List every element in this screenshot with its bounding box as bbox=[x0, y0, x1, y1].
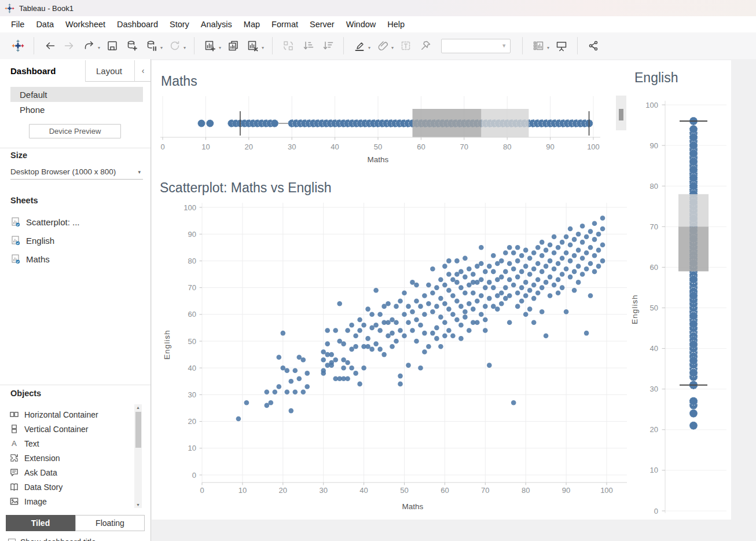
undo-button[interactable] bbox=[41, 36, 58, 55]
svg-text:50: 50 bbox=[650, 304, 658, 312]
scroll-down-icon[interactable]: ▼ bbox=[134, 502, 142, 508]
pane-tabs: Dashboard Layout ‹ bbox=[0, 60, 151, 82]
fix-axes-icon bbox=[419, 39, 432, 52]
sheet-item-english[interactable]: English bbox=[12, 232, 54, 249]
scatterplot-chart[interactable]: Scatterplot: Maths vs English01020304050… bbox=[152, 174, 628, 520]
maths-sheet-zone[interactable]: Maths0102030405060708090100Maths bbox=[152, 60, 628, 174]
run-update-icon bbox=[168, 39, 181, 52]
svg-text:80: 80 bbox=[522, 486, 530, 495]
chevron-down-icon: ▾ bbox=[138, 169, 141, 175]
chevron-down-icon[interactable]: ▾ bbox=[262, 45, 264, 50]
tab-layout-label: Layout bbox=[96, 66, 122, 76]
show-me-button[interactable] bbox=[530, 36, 547, 55]
show-dashboard-title-row[interactable]: Show dashboard title bbox=[8, 536, 96, 541]
menu-item-map[interactable]: Map bbox=[238, 17, 266, 31]
device-item-phone[interactable]: Phone bbox=[10, 102, 143, 117]
highlight-button[interactable] bbox=[351, 36, 368, 55]
object-item-label: Image bbox=[24, 497, 47, 506]
menu-item-story[interactable]: Story bbox=[164, 17, 195, 31]
toolbar-fit-selector-combobox[interactable]: ▼ bbox=[441, 39, 511, 53]
tab-layout[interactable]: Layout bbox=[85, 60, 135, 82]
pause-auto-updates-icon bbox=[145, 39, 158, 52]
replay-button[interactable] bbox=[80, 36, 98, 55]
run-update-button[interactable] bbox=[166, 36, 184, 55]
share-button[interactable] bbox=[585, 36, 602, 55]
axes: 0102030405060708090100 bbox=[160, 137, 600, 151]
menu-item-worksheet[interactable]: Worksheet bbox=[60, 17, 111, 31]
presentation-mode-button[interactable] bbox=[553, 36, 570, 55]
maths-chart-scrollbar[interactable] bbox=[616, 96, 626, 130]
menu-item-window[interactable]: Window bbox=[340, 17, 382, 31]
object-item-label: Ask Data bbox=[24, 468, 57, 477]
scatterplot-sheet-zone[interactable]: Scatterplot: Maths vs English01020304050… bbox=[152, 174, 628, 520]
layout-mode-toggle: Tiled Floating bbox=[6, 515, 145, 531]
menu-item-format[interactable]: Format bbox=[266, 17, 304, 31]
english-sheet-zone[interactable]: English0102030405060708090100English bbox=[628, 60, 731, 520]
box[interactable] bbox=[678, 194, 709, 271]
save-button[interactable] bbox=[104, 36, 121, 55]
object-item-image[interactable]: Image bbox=[9, 494, 47, 509]
sheet-item-scatterplot[interactable]: Scatterplot: ... bbox=[12, 213, 80, 231]
collapse-pane-button[interactable]: ‹ bbox=[135, 60, 151, 82]
redo-icon bbox=[63, 39, 76, 52]
object-item-ask-data[interactable]: Ask Data bbox=[9, 465, 57, 480]
show-mark-labels-button[interactable] bbox=[397, 36, 414, 55]
clear-sheet-button[interactable] bbox=[244, 36, 262, 55]
menu-item-file[interactable]: File bbox=[5, 17, 30, 31]
strip-points[interactable] bbox=[198, 120, 593, 127]
fix-axes-button[interactable] bbox=[417, 36, 434, 55]
chevron-down-icon[interactable]: ▾ bbox=[160, 45, 163, 50]
svg-text:100: 100 bbox=[600, 486, 613, 495]
dashboard-size-value: Desktop Browser (1000 x 800) bbox=[10, 167, 116, 176]
scrollbar-thumb[interactable] bbox=[619, 109, 623, 120]
menu-item-analysis[interactable]: Analysis bbox=[195, 17, 238, 31]
chevron-down-icon[interactable]: ▾ bbox=[391, 45, 394, 50]
chevron-down-icon[interactable]: ▾ bbox=[547, 45, 549, 50]
strip-points[interactable] bbox=[689, 117, 698, 430]
new-data-source-button[interactable] bbox=[123, 36, 141, 55]
sort-ascending-button[interactable] bbox=[299, 36, 317, 55]
object-item-data-story[interactable]: Data Story bbox=[9, 480, 63, 494]
svg-text:90: 90 bbox=[188, 230, 196, 239]
checkbox-icon[interactable] bbox=[8, 539, 16, 541]
redo-button[interactable] bbox=[61, 36, 78, 55]
english-distribution-chart[interactable]: English0102030405060708090100English bbox=[628, 60, 731, 520]
group-members-button[interactable] bbox=[374, 36, 391, 55]
device-item-default[interactable]: Default bbox=[10, 87, 143, 102]
scrollbar-thumb[interactable] bbox=[135, 412, 141, 448]
new-worksheet-button[interactable] bbox=[201, 36, 219, 55]
chevron-down-icon[interactable]: ▾ bbox=[368, 45, 370, 50]
object-item-label: Vertical Container bbox=[24, 425, 89, 434]
svg-text:80: 80 bbox=[188, 257, 196, 265]
sheet-item-maths[interactable]: Maths bbox=[12, 250, 50, 268]
menu-item-help[interactable]: Help bbox=[381, 17, 410, 31]
object-item-horizontal-container[interactable]: Horizontal Container bbox=[9, 407, 98, 422]
floating-button[interactable]: Floating bbox=[75, 515, 145, 531]
box[interactable] bbox=[413, 109, 529, 137]
duplicate-sheet-button[interactable] bbox=[225, 36, 242, 55]
tiled-button[interactable]: Tiled bbox=[6, 515, 75, 531]
show-me-icon bbox=[532, 39, 545, 52]
object-item-extension[interactable]: Extension bbox=[9, 451, 60, 465]
chevron-down-icon: ▼ bbox=[501, 43, 507, 49]
tableau-logo-button[interactable] bbox=[9, 36, 27, 55]
chevron-down-icon[interactable]: ▾ bbox=[98, 45, 100, 50]
svg-text:20: 20 bbox=[245, 142, 253, 151]
pause-auto-updates-button[interactable] bbox=[143, 36, 160, 55]
chevron-down-icon[interactable]: ▾ bbox=[184, 45, 186, 50]
scroll-up-icon[interactable]: ▲ bbox=[134, 404, 142, 411]
tab-dashboard[interactable]: Dashboard bbox=[0, 60, 85, 82]
maths-distribution-chart[interactable]: Maths0102030405060708090100Maths bbox=[152, 60, 628, 174]
menu-item-data[interactable]: Data bbox=[30, 17, 60, 31]
chevron-down-icon[interactable]: ▾ bbox=[219, 45, 221, 50]
sort-descending-button[interactable] bbox=[319, 36, 336, 55]
object-item-vertical-container[interactable]: Vertical Container bbox=[9, 422, 89, 436]
menu-item-dashboard[interactable]: Dashboard bbox=[111, 17, 164, 31]
menu-item-server[interactable]: Server bbox=[304, 17, 340, 31]
objects-scrollbar[interactable]: ▲ ▼ bbox=[134, 404, 142, 508]
dashboard-size-dropdown[interactable]: Desktop Browser (1000 x 800) ▾ bbox=[10, 165, 143, 180]
scatter-points[interactable] bbox=[236, 215, 605, 421]
object-item-text[interactable]: AText bbox=[9, 436, 39, 451]
swap-rows-columns-button[interactable] bbox=[280, 36, 297, 55]
device-preview-button[interactable]: Device Preview bbox=[29, 124, 121, 138]
